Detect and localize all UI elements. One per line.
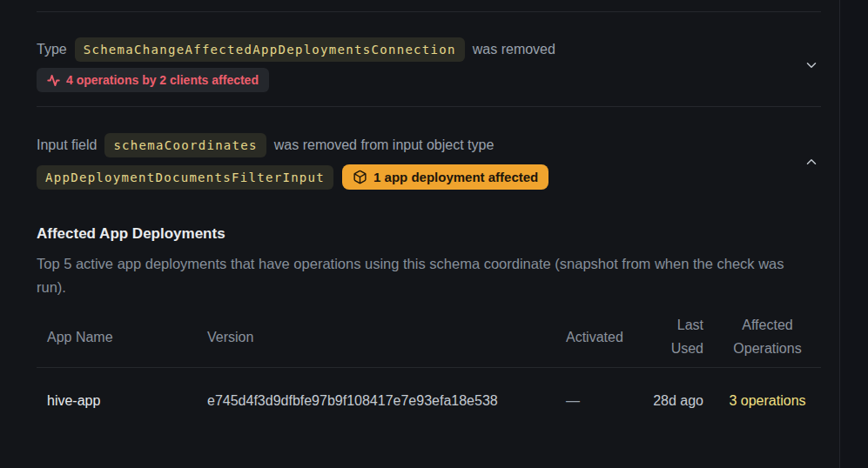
right-gutter — [840, 0, 868, 468]
chevron-up-icon — [804, 154, 819, 170]
app-deployment-affected-badge[interactable]: 1 app deployment affected — [342, 164, 548, 190]
change-prefix: Input field — [37, 133, 97, 157]
chevron-down-icon — [804, 57, 819, 73]
affected-operations-cell: 3 operations — [714, 368, 821, 433]
field-name-code-badge: schemaCoordinates — [104, 133, 266, 157]
activity-icon — [47, 74, 60, 87]
affected-deployments-title: Affected App Deployments — [37, 224, 821, 243]
change-row-type-removed: Type SchemaChangeAffectedAppDeploymentsC… — [37, 37, 821, 92]
collapse-change-button[interactable] — [802, 152, 821, 171]
table-row: hive-app e745d4f3d9dfbfe97b9f108417e7e93… — [37, 368, 821, 433]
change-summary: Input field schemaCoordinates was remove… — [37, 133, 548, 190]
column-header-activated: Activated — [555, 306, 639, 368]
change-suffix: was removed — [473, 37, 555, 62]
change-summary: Type SchemaChangeAffectedAppDeploymentsC… — [37, 37, 555, 92]
top-divider — [37, 11, 821, 12]
table-header-row: App Name Version Activated Last Used Aff… — [37, 306, 821, 368]
operations-affected-badge[interactable]: 4 operations by 2 clients affected — [37, 68, 269, 92]
operations-affected-label: 4 operations by 2 clients affected — [66, 72, 259, 88]
column-header-app-name: App Name — [37, 306, 197, 368]
section-divider — [37, 106, 821, 107]
input-type-code-badge: AppDeploymentDocumentsFilterInput — [37, 165, 333, 190]
change-prefix: Type — [37, 37, 67, 62]
type-name-code-badge: SchemaChangeAffectedAppDeploymentsConnec… — [75, 37, 465, 62]
package-icon — [353, 170, 367, 184]
column-header-last-used: Last Used — [639, 306, 714, 368]
deployments-table: App Name Version Activated Last Used Aff… — [37, 306, 821, 433]
column-header-affected-operations: Affected Operations — [714, 306, 821, 368]
change-suffix: was removed from input object type — [274, 133, 495, 157]
change-row-input-field-removed: Input field schemaCoordinates was remove… — [37, 133, 821, 190]
last-used-cell: 28d ago — [639, 368, 714, 433]
app-deployment-affected-label: 1 app deployment affected — [373, 168, 538, 186]
affected-deployments-description: Top 5 active app deployments that have o… — [37, 252, 804, 299]
activated-cell: — — [555, 368, 639, 433]
schema-check-panel: Type SchemaChangeAffectedAppDeploymentsC… — [0, 0, 840, 468]
affected-operations-link[interactable]: 3 operations — [728, 389, 808, 412]
version-cell: e745d4f3d9dfbfe97b9f108417e7e93efa18e538 — [197, 368, 555, 433]
column-header-version: Version — [197, 306, 555, 368]
app-name-cell: hive-app — [37, 368, 197, 433]
expand-change-button[interactable] — [802, 56, 821, 75]
